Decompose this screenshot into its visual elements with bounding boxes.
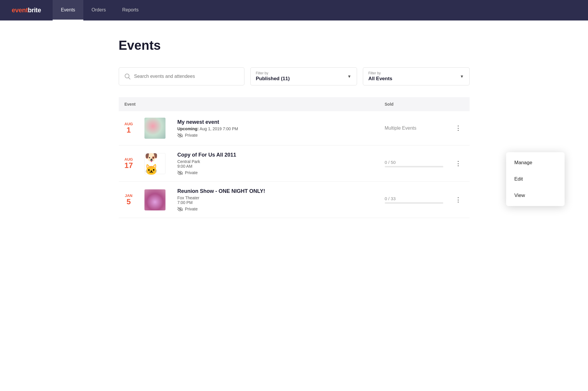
private-badge: Private bbox=[177, 133, 373, 138]
event-info-cell: Reunion Show - ONE NIGHT ONLY! Fox Theat… bbox=[171, 182, 379, 218]
event-sold: Multiple Events bbox=[379, 111, 449, 145]
eye-slash-icon bbox=[177, 170, 183, 175]
search-box[interactable] bbox=[119, 67, 244, 85]
filter-allevents-dropdown[interactable]: Filter by All Events ▼ bbox=[363, 67, 470, 85]
filter2-label: Filter by bbox=[368, 71, 392, 75]
col-event: Event bbox=[119, 97, 379, 111]
event-sold: 0 / 33 bbox=[379, 182, 449, 218]
top-nav: eventbrite Events Orders Reports bbox=[0, 0, 588, 20]
filter1-label: Filter by bbox=[256, 71, 290, 75]
col-sold: Sold bbox=[379, 97, 449, 111]
filter2-value: All Events bbox=[368, 76, 392, 82]
event-actions[interactable]: ⋮ bbox=[449, 111, 470, 145]
event-thumbnail bbox=[139, 182, 171, 218]
page-title: Events bbox=[119, 38, 470, 53]
search-input[interactable] bbox=[134, 74, 239, 79]
event-info-cell: My newest event Upcoming: Aug 1, 2019 7:… bbox=[171, 111, 379, 145]
eye-slash-icon bbox=[177, 207, 183, 211]
thumb-image bbox=[144, 189, 165, 210]
table-header: Event Sold bbox=[119, 97, 470, 111]
nav-reports[interactable]: Reports bbox=[114, 0, 147, 20]
filter-published-dropdown[interactable]: Filter by Published (11) ▼ bbox=[250, 67, 357, 85]
chevron-down-icon: ▼ bbox=[347, 74, 351, 79]
event-actions[interactable]: ⋮ bbox=[449, 182, 470, 218]
event-date: Aug1 bbox=[119, 111, 139, 145]
svg-line-1 bbox=[128, 78, 130, 79]
table-row: Aug1 My newest event Upcoming: Aug 1, 20… bbox=[119, 111, 470, 145]
menu-edit[interactable]: Edit bbox=[506, 171, 565, 187]
main-content: Events Filter by Published (11) ▼ Filter… bbox=[101, 20, 487, 230]
eye-slash-icon bbox=[177, 133, 183, 138]
table-row: Aug17🐶🐱 Copy of For Us All 2011 Central … bbox=[119, 145, 470, 182]
event-info-cell: Copy of For Us All 2011 Central Park9:00… bbox=[171, 145, 379, 182]
thumb-image bbox=[144, 118, 165, 139]
search-icon bbox=[124, 73, 131, 80]
event-date: Jan5 bbox=[119, 182, 139, 218]
context-menu: Manage Edit View bbox=[506, 152, 565, 206]
event-sold: 0 / 50 bbox=[379, 145, 449, 182]
event-title[interactable]: My newest event bbox=[177, 119, 373, 125]
event-thumbnail bbox=[139, 111, 171, 145]
logo: eventbrite bbox=[12, 6, 41, 14]
chevron-down-icon-2: ▼ bbox=[460, 74, 464, 79]
event-thumbnail: 🐶🐱 bbox=[139, 145, 171, 182]
table-row: Jan5 Reunion Show - ONE NIGHT ONLY! Fox … bbox=[119, 182, 470, 218]
event-title[interactable]: Copy of For Us All 2011 bbox=[177, 152, 373, 158]
nav-orders[interactable]: Orders bbox=[83, 0, 114, 20]
private-badge: Private bbox=[177, 207, 373, 211]
more-options-button[interactable]: ⋮ bbox=[455, 124, 464, 132]
filters-row: Filter by Published (11) ▼ Filter by All… bbox=[119, 67, 470, 85]
nav-events[interactable]: Events bbox=[53, 0, 83, 20]
filter1-value: Published (11) bbox=[256, 76, 290, 82]
more-options-button[interactable]: ⋮ bbox=[455, 160, 464, 167]
menu-view[interactable]: View bbox=[506, 187, 565, 204]
menu-manage[interactable]: Manage bbox=[506, 155, 565, 171]
more-options-button[interactable]: ⋮ bbox=[455, 196, 464, 204]
event-actions[interactable]: ⋮ bbox=[449, 145, 470, 182]
event-date: Aug17 bbox=[119, 145, 139, 182]
events-table: Event Sold Aug1 My newest event Upcoming… bbox=[119, 97, 470, 218]
private-badge: Private bbox=[177, 170, 373, 175]
thumb-image: 🐶🐱 bbox=[144, 153, 165, 174]
event-title[interactable]: Reunion Show - ONE NIGHT ONLY! bbox=[177, 188, 373, 194]
